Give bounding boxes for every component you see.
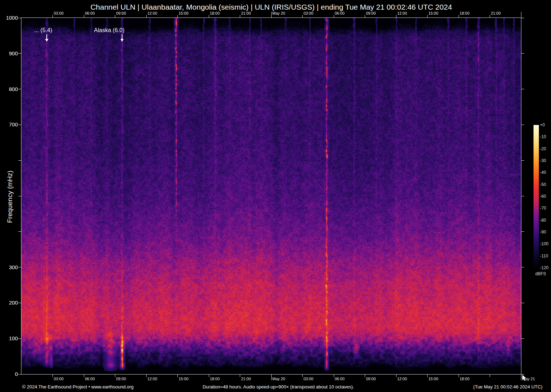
page-title: Channel ULN | Ulaanbaatar, Mongolia (sei… [21, 3, 521, 11]
top-axis-tick [209, 15, 209, 17]
event-annotation-label: Alaska (6.0) [94, 27, 124, 34]
freq-axis-tick [18, 267, 21, 267]
freq-axis-tick-right [521, 267, 524, 267]
freq-axis-tick [18, 374, 21, 375]
freq-axis-tick-right [521, 160, 524, 161]
top-axis-label: 21:00 [491, 11, 501, 15]
bottom-axis-tick [302, 375, 303, 377]
colorbar-tick-label: -20 [540, 146, 546, 151]
colorbar-tick-label: -110 [540, 253, 548, 258]
top-axis-label: 03:00 [304, 11, 314, 15]
footer-copyright: © 2024 The Earthsound Project • www.eart… [22, 384, 133, 390]
top-axis-tick [521, 12, 521, 17]
top-axis-tick [52, 15, 53, 17]
top-axis-tick [396, 15, 396, 17]
freq-axis-tick [18, 338, 21, 339]
top-axis-tick [459, 15, 459, 17]
freq-axis-label: 300 [1, 264, 18, 270]
freq-axis-tick [18, 125, 21, 125]
freq-axis-tick [18, 231, 21, 232]
freq-axis-tick [18, 196, 21, 196]
event-annotation-label: ... (5.4) [34, 27, 52, 34]
colorbar-tick-label: -40 [540, 170, 546, 175]
freq-axis-label: 800 [1, 86, 18, 92]
bottom-axis-tick [365, 375, 365, 377]
colorbar [534, 125, 539, 268]
top-axis-tick [271, 12, 272, 17]
top-axis-tick [146, 15, 147, 17]
top-axis-label: 15:00 [179, 11, 189, 15]
bottom-axis-label: 12:00 [397, 377, 407, 381]
bottom-axis-label: 03:00 [304, 377, 314, 381]
footer-timestamp: (Tue May 21 00:02:46 2024 UTC) [377, 384, 542, 390]
top-axis-tick [302, 15, 303, 17]
bottom-axis-label: 18:00 [210, 377, 220, 381]
colorbar-tick-label: +0 [540, 122, 545, 127]
colorbar-tick-label: -30 [540, 158, 546, 163]
freq-axis-tick [18, 53, 21, 54]
freq-axis-label: 200 [1, 300, 18, 306]
freq-axis-tick-right [521, 125, 524, 125]
freq-axis-tick-right [521, 89, 524, 89]
colorbar-tick-label: -60 [540, 194, 546, 199]
top-axis-label: 18:00 [210, 11, 220, 15]
spectrogram-canvas [21, 18, 521, 374]
top-axis-tick [427, 15, 428, 17]
freq-axis-tick-right [521, 338, 524, 339]
freq-axis-tick-right [521, 18, 524, 18]
bottom-axis-label: 15:00 [179, 377, 189, 381]
colorbar-tick-label: -50 [540, 182, 546, 187]
top-axis-tick [334, 15, 334, 17]
bottom-axis-tick [84, 375, 84, 377]
top-axis-label: May 20 [272, 11, 285, 15]
freq-axis-label: 700 [1, 121, 18, 127]
bottom-axis-label: 03:00 [54, 377, 64, 381]
bottom-axis-tick [490, 375, 490, 377]
bottom-axis-label: 18:00 [460, 377, 470, 381]
top-axis-label: 09:00 [366, 11, 376, 15]
bottom-axis-label: May 20 [272, 377, 285, 381]
bottom-axis-label: 06:00 [85, 377, 95, 381]
top-axis-tick [177, 15, 178, 17]
bottom-axis-label: 09:00 [366, 377, 376, 381]
freq-axis-tick-right [521, 53, 524, 54]
top-axis-label: 21:00 [241, 11, 251, 15]
footer-duration: Duration=48 hours. Audio speed-up=900× (… [150, 384, 407, 390]
freq-axis-tick [18, 303, 21, 303]
bottom-axis-tick [521, 375, 521, 380]
colorbar-tick-label: -100 [540, 241, 549, 246]
bottom-axis-label: May 21 [522, 377, 535, 381]
bottom-axis-tick [52, 375, 53, 377]
bottom-axis-tick [115, 375, 115, 377]
top-axis-label: 03:00 [54, 11, 64, 15]
freq-axis-tick [18, 18, 21, 18]
freq-axis-label: 100 [1, 335, 18, 341]
colorbar-tick-label: -90 [540, 230, 546, 235]
top-axis-tick [84, 15, 84, 17]
bottom-axis-label: 21:00 [241, 377, 251, 381]
colorbar-tick-label: -10 [540, 134, 546, 139]
colorbar-tick-label: -70 [540, 206, 546, 211]
top-axis-tick [240, 15, 240, 17]
colorbar-unit-label: dBFS [533, 271, 549, 276]
freq-axis-tick-right [521, 374, 524, 375]
freq-axis-tick-right [521, 231, 524, 232]
freq-axis-tick-right [521, 196, 524, 196]
annotation-arrow-icon [120, 34, 124, 43]
bottom-axis-label: 06:00 [335, 377, 345, 381]
freq-axis-tick-right [521, 303, 524, 303]
bottom-axis-tick [396, 375, 396, 377]
bottom-axis-tick [459, 375, 459, 377]
bottom-axis-label: 09:00 [116, 377, 126, 381]
top-axis-label: 09:00 [116, 11, 126, 15]
top-axis-tick [490, 15, 490, 17]
bottom-axis-tick [334, 375, 334, 377]
top-axis-label: 12:00 [147, 11, 157, 15]
freq-axis-label: 1000 [1, 15, 18, 21]
top-axis-tick [365, 15, 365, 17]
top-axis-label: 06:00 [335, 11, 345, 15]
freq-axis-label: 900 [1, 50, 18, 56]
bottom-axis-tick [271, 375, 272, 380]
top-axis-tick [115, 15, 115, 17]
bottom-axis-label: 12:00 [147, 377, 157, 381]
